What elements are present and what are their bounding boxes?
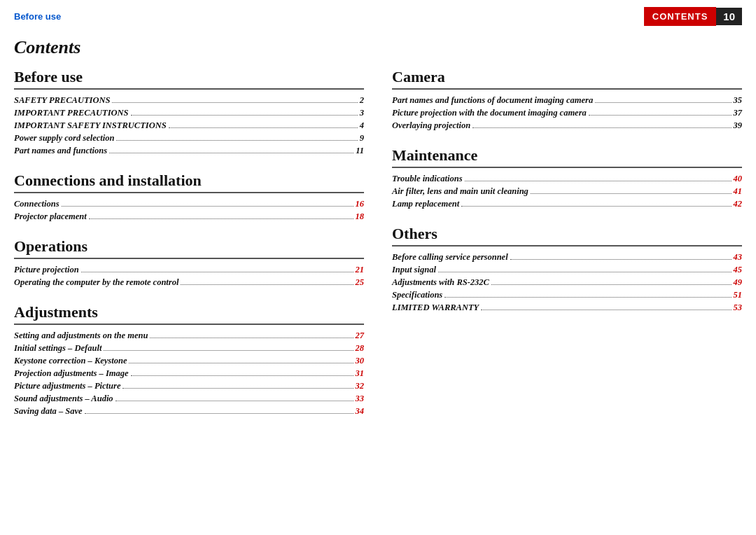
toc-entry[interactable]: Part names and functions11 xyxy=(14,146,364,156)
entry-page[interactable]: 51 xyxy=(734,290,743,300)
entry-page[interactable]: 27 xyxy=(356,331,365,341)
entry-dots xyxy=(444,297,731,298)
entry-label: Picture adjustments – Picture xyxy=(14,381,120,391)
entry-dots xyxy=(510,259,732,260)
section-title: Operations xyxy=(14,237,364,259)
entry-page[interactable]: 30 xyxy=(356,356,365,366)
entry-page[interactable]: 43 xyxy=(734,252,743,263)
entry-page[interactable]: 21 xyxy=(356,265,365,275)
toc-entry[interactable]: Overlaying projection39 xyxy=(392,120,742,131)
entry-label: Adjustments with RS-232C xyxy=(392,277,489,288)
entry-dots xyxy=(129,363,353,363)
entry-page[interactable]: 49 xyxy=(734,277,743,288)
entry-page[interactable]: 25 xyxy=(356,277,365,288)
entry-page[interactable]: 18 xyxy=(356,211,365,222)
entry-page[interactable]: 16 xyxy=(356,199,365,209)
contents-button[interactable]: CONTENTS xyxy=(644,7,717,26)
toc-entry[interactable]: IMPORTANT SAFETY INSTRUCTIONS4 xyxy=(14,120,364,131)
entry-dots xyxy=(122,388,353,389)
entry-page[interactable]: 4 xyxy=(360,120,364,131)
entry-dots xyxy=(531,193,732,194)
toc-entry[interactable]: Lamp replacement42 xyxy=(392,199,742,209)
entry-page[interactable]: 3 xyxy=(360,108,364,118)
toc-entry[interactable]: LIMITED WARRANTY53 xyxy=(392,303,742,313)
entry-page[interactable]: 31 xyxy=(356,368,365,379)
toc-entry[interactable]: Projector placement18 xyxy=(14,211,364,222)
entry-page[interactable]: 39 xyxy=(734,120,743,131)
entry-label: Picture projection with the document ima… xyxy=(392,108,587,118)
entry-label: Projection adjustments – Image xyxy=(14,368,129,379)
entry-page[interactable]: 37 xyxy=(734,108,743,118)
entry-dots xyxy=(461,206,731,207)
entry-label: IMPORTANT SAFETY INSTRUCTIONS xyxy=(14,120,167,131)
entry-page[interactable]: 32 xyxy=(356,381,365,391)
entry-dots xyxy=(62,206,354,207)
toc-entry[interactable]: Initial settings – Default28 xyxy=(14,343,364,354)
entry-page[interactable]: 35 xyxy=(734,95,743,106)
entry-dots xyxy=(465,181,732,181)
entry-label: Saving data – Save xyxy=(14,406,83,417)
entry-page[interactable]: 28 xyxy=(356,343,365,354)
toc-entry[interactable]: Adjustments with RS-232C49 xyxy=(392,277,742,288)
before-use-label: Before use xyxy=(14,11,61,22)
toc-entry[interactable]: IMPORTANT PRECAUTIONS3 xyxy=(14,108,364,118)
entry-page[interactable]: 42 xyxy=(734,199,743,209)
toc-entry[interactable]: Setting and adjustments on the menu27 xyxy=(14,331,364,341)
toc-entry[interactable]: Before calling service personnel43 xyxy=(392,252,742,263)
entry-dots xyxy=(438,272,732,272)
right-column: CameraPart names and functions of docume… xyxy=(378,68,742,432)
toc-entry[interactable]: Air filter, lens and main unit cleaning4… xyxy=(392,186,742,197)
entry-label: Part names and functions of document ima… xyxy=(392,95,593,106)
entry-page[interactable]: 53 xyxy=(734,303,743,313)
entry-page[interactable]: 2 xyxy=(360,95,364,106)
entry-page[interactable]: 40 xyxy=(734,174,743,184)
toc-entry[interactable]: Picture adjustments – Picture32 xyxy=(14,381,364,391)
toc-entry[interactable]: Specifications51 xyxy=(392,290,742,300)
entry-dots xyxy=(472,127,731,128)
entry-label: Connections xyxy=(14,199,59,209)
entry-page[interactable]: 41 xyxy=(734,186,743,197)
entry-label: Picture projection xyxy=(14,265,79,275)
entry-dots xyxy=(85,413,354,414)
section-title: Maintenance xyxy=(392,146,742,168)
section-connections-and-installation: Connections and installationConnections1… xyxy=(14,172,364,222)
section-operations: OperationsPicture projection21Operating … xyxy=(14,237,364,288)
toc-entry[interactable]: Saving data – Save34 xyxy=(14,406,364,417)
toc-entry[interactable]: Part names and functions of document ima… xyxy=(392,95,742,106)
entry-label: Lamp replacement xyxy=(392,199,459,209)
entry-label: Operating the computer by the remote con… xyxy=(14,277,178,288)
entry-label: Power supply cord selection xyxy=(14,133,114,144)
entry-page[interactable]: 33 xyxy=(356,394,365,404)
entry-page[interactable]: 9 xyxy=(360,133,364,144)
page-number: 10 xyxy=(716,8,742,25)
section-maintenance: MaintenanceTrouble indications40Air filt… xyxy=(392,146,742,209)
entry-dots xyxy=(81,272,354,272)
entry-label: Setting and adjustments on the menu xyxy=(14,331,148,341)
page-title: Contents xyxy=(0,30,756,68)
entry-dots xyxy=(112,102,357,103)
toc-entry[interactable]: Picture projection with the document ima… xyxy=(392,108,742,118)
toc-entry[interactable]: Connections16 xyxy=(14,199,364,209)
toc-entry[interactable]: Picture projection21 xyxy=(14,265,364,275)
contents-layout: Before useSAFETY PRECAUTIONS2IMPORTANT P… xyxy=(0,68,756,432)
entry-dots xyxy=(131,375,354,376)
toc-entry[interactable]: Sound adjustments – Audio33 xyxy=(14,394,364,404)
entry-dots xyxy=(169,127,358,128)
entry-page[interactable]: 34 xyxy=(356,406,365,417)
section-title: Before use xyxy=(14,68,364,90)
entry-page[interactable]: 11 xyxy=(356,146,364,156)
entry-label: Input signal xyxy=(392,265,436,275)
entry-page[interactable]: 45 xyxy=(734,265,743,275)
toc-entry[interactable]: Trouble indications40 xyxy=(392,174,742,184)
section-title: Camera xyxy=(392,68,742,90)
entry-label: Keystone correction – Keystone xyxy=(14,356,127,366)
toc-entry[interactable]: SAFETY PRECAUTIONS2 xyxy=(14,95,364,106)
entry-dots xyxy=(481,310,731,310)
toc-entry[interactable]: Projection adjustments – Image31 xyxy=(14,368,364,379)
entry-dots xyxy=(116,140,357,141)
toc-entry[interactable]: Input signal45 xyxy=(392,265,742,275)
entry-label: IMPORTANT PRECAUTIONS xyxy=(14,108,129,118)
toc-entry[interactable]: Power supply cord selection9 xyxy=(14,133,364,144)
toc-entry[interactable]: Operating the computer by the remote con… xyxy=(14,277,364,288)
toc-entry[interactable]: Keystone correction – Keystone30 xyxy=(14,356,364,366)
